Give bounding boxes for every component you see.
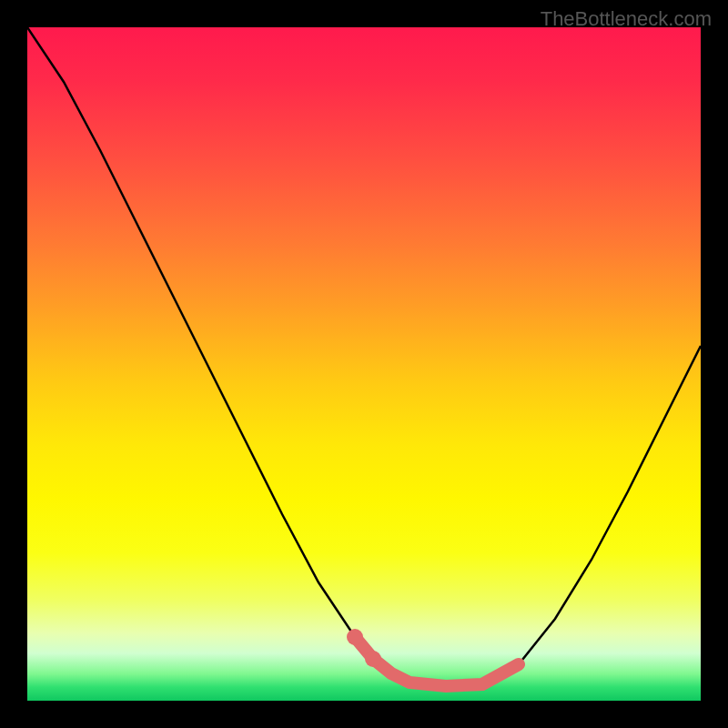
chart-container: TheBottleneck.com: [0, 0, 728, 728]
plot-area: [27, 27, 701, 701]
chart-svg: [27, 27, 701, 701]
highlight-dot: [347, 629, 363, 645]
bottleneck-curve: [27, 27, 701, 686]
curve-group: [27, 27, 701, 686]
watermark-text: TheBottleneck.com: [541, 7, 712, 31]
highlight-dot: [365, 651, 381, 667]
